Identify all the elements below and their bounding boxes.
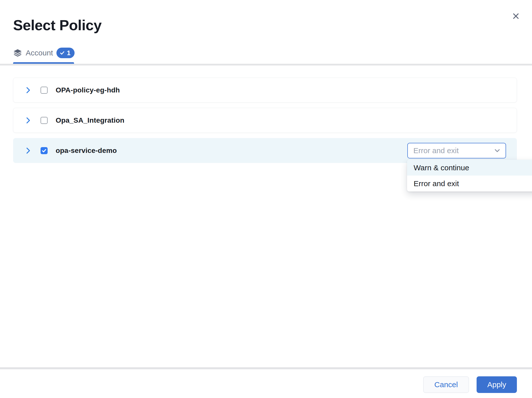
policy-name: OPA-policy-eg-hdh <box>56 86 120 94</box>
select-policy-modal: Select Policy Account 1 <box>0 0 532 398</box>
policy-checkbox-checked[interactable] <box>41 147 48 154</box>
chevron-right-icon[interactable] <box>25 86 31 94</box>
chevron-right-icon[interactable] <box>25 147 31 154</box>
close-button[interactable] <box>511 11 521 21</box>
cancel-button[interactable]: Cancel <box>423 376 469 393</box>
policy-name: opa-service-demo <box>56 147 117 155</box>
chevron-down-icon <box>494 148 501 153</box>
layers-icon <box>13 48 22 57</box>
page-title: Select Policy <box>13 17 102 34</box>
policy-name: Opa_SA_Integration <box>56 116 124 124</box>
check-icon <box>59 50 65 56</box>
active-tab-indicator <box>13 62 74 64</box>
policy-list: OPA-policy-eg-hdh Opa_SA_Integration <box>13 78 517 168</box>
tab-account-label: Account <box>26 49 53 57</box>
policy-row-opa-policy-eg-hdh[interactable]: OPA-policy-eg-hdh <box>13 78 517 103</box>
close-icon <box>512 12 520 20</box>
footer: Cancel Apply <box>0 376 532 393</box>
dropdown-option-error-exit[interactable]: Error and exit <box>407 176 532 191</box>
apply-button[interactable]: Apply <box>477 376 517 393</box>
tab-account[interactable]: Account 1 <box>13 47 75 59</box>
tab-selected-count-badge: 1 <box>56 48 74 58</box>
badge-count: 1 <box>67 49 70 57</box>
failure-action-select[interactable]: Error and exit <box>407 143 506 158</box>
footer-divider <box>0 367 532 369</box>
failure-action-dropdown-menu: Warn & continue Error and exit <box>407 160 532 191</box>
tabbar-divider <box>0 64 532 65</box>
policy-checkbox[interactable] <box>41 87 48 94</box>
chevron-right-icon[interactable] <box>25 117 31 124</box>
dropdown-option-warn-continue[interactable]: Warn & continue <box>407 160 532 176</box>
select-value: Error and exit <box>413 146 459 155</box>
policy-row-opa-sa-integration[interactable]: Opa_SA_Integration <box>13 108 517 133</box>
policy-row-opa-service-demo[interactable]: opa-service-demo Error and exit <box>13 138 517 163</box>
policy-checkbox[interactable] <box>41 117 48 124</box>
